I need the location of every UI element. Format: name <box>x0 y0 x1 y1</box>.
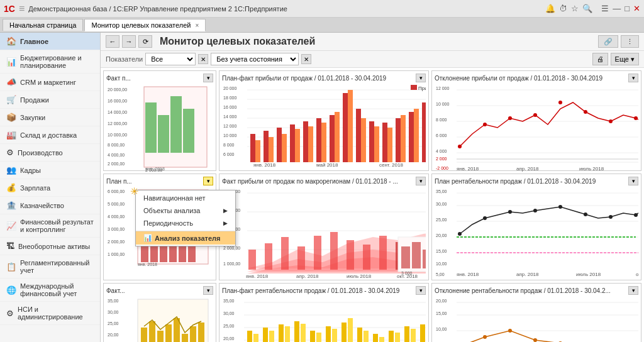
chart-plan-profitability: План рентабельности продаж / 01.01.2018 … <box>431 174 641 280</box>
chart-planfact-prof-menu[interactable]: ▾ <box>416 286 426 295</box>
svg-text:5,00: 5,00 <box>436 272 445 277</box>
chart-deviation-profit-menu[interactable]: ▾ <box>628 74 638 82</box>
tab-monitor[interactable]: Монитор целевых показателей × <box>84 19 206 31</box>
svg-rect-220 <box>285 326 290 342</box>
chart-plan-header: План п... ▾ <box>106 177 213 185</box>
svg-point-88 <box>533 113 537 117</box>
filter-clear-btn[interactable]: ✕ <box>198 54 208 64</box>
svg-text:10 000: 10 000 <box>223 133 237 138</box>
svg-text:25,00: 25,00 <box>108 321 119 326</box>
svg-rect-198 <box>157 331 164 342</box>
svg-point-174 <box>558 205 562 209</box>
more-button[interactable]: ⋮ <box>621 35 639 48</box>
ctx-analysis[interactable]: 📊 Анализ показателя <box>136 231 235 245</box>
chart-fact-prof-title: Факт... <box>106 287 125 294</box>
chart-deviation-prof-title: Отклонение рентабельности продаж / 01.01… <box>435 287 611 294</box>
menu-icon[interactable]: ☰ <box>601 4 609 13</box>
chart-fact-regions-title: Факт прибыли от продаж по макрорегионам … <box>222 178 398 185</box>
svg-text:14 000: 14 000 <box>223 114 237 119</box>
refresh-button[interactable]: ⟳ <box>138 35 152 48</box>
svg-rect-136 <box>363 245 370 270</box>
svg-rect-199 <box>165 324 172 342</box>
svg-rect-202 <box>190 326 196 342</box>
sidebar-item-hr[interactable]: 👥 Кадры <box>0 162 100 179</box>
ctx-objects[interactable]: Объекты анализа ▶ <box>136 204 235 217</box>
close-icon[interactable]: ✕ <box>633 4 640 13</box>
tab-home[interactable]: Начальная страница <box>3 19 83 31</box>
sidebar-item-budget[interactable]: 📊 Бюджетирование и планирование <box>0 50 100 74</box>
filter-status-clear-btn[interactable]: ✕ <box>301 54 311 64</box>
sidebar-item-production[interactable]: ⚙ Производство <box>0 144 100 162</box>
back-button[interactable]: ← <box>106 35 119 48</box>
sidebar-item-payroll[interactable]: 💰 Зарплата <box>0 179 100 197</box>
svg-rect-39 <box>308 126 313 162</box>
sidebar-item-intl[interactable]: 🌐 Международный финансовый учет <box>0 279 100 302</box>
chart-planfact-profit-menu[interactable]: ▾ <box>416 74 426 82</box>
sidebar-item-treasury[interactable]: 🏦 Казначейство <box>0 197 100 214</box>
sidebar-item-purchases[interactable]: 📦 Закупки <box>0 109 100 126</box>
svg-point-252 <box>508 329 512 333</box>
svg-text:35,00: 35,00 <box>436 189 447 194</box>
treasury-icon: 🏦 <box>6 201 16 210</box>
filter-more-button[interactable]: Еще ▾ <box>611 53 639 65</box>
ctx-navigation[interactable]: Навигационная нет <box>136 192 235 204</box>
sidebar-item-accounting[interactable]: 📋 Регламентированный учет <box>0 255 100 279</box>
sidebar-item-finance[interactable]: 📈 Финансовый результат и контроллинг <box>0 214 100 238</box>
chart-plan-profitability-menu[interactable]: ▾ <box>628 177 638 185</box>
svg-text:июль 2018: июль 2018 <box>347 273 372 279</box>
ctx-period[interactable]: Периодичность ▶ <box>136 217 235 229</box>
filter-status-select[interactable]: Без учета состояния <box>211 53 299 65</box>
svg-rect-217 <box>263 328 268 342</box>
clock-icon[interactable]: ⏱ <box>559 4 567 13</box>
chart-fact-menu[interactable]: ▾ <box>203 74 213 82</box>
svg-text:6 000: 6 000 <box>223 152 235 157</box>
chart-plan-menu[interactable]: ▾ <box>203 177 213 185</box>
search-icon[interactable]: 🔍 <box>582 4 592 13</box>
title-bar-icons: 🔔 ⏱ ☆ 🔍 ☰ — □ ✕ <box>545 4 640 13</box>
svg-rect-234 <box>395 333 400 342</box>
tab-close-btn[interactable]: × <box>196 22 199 29</box>
print-button[interactable]: 🖨 <box>592 53 608 65</box>
svg-text:янв. 2018: янв. 2018 <box>457 272 479 277</box>
maximize-icon[interactable]: □ <box>625 4 630 13</box>
filter-indicators-select[interactable]: Все <box>145 53 196 65</box>
sidebar-item-warehouse[interactable]: 🏭 Склад и доставка <box>0 126 100 144</box>
svg-rect-38 <box>303 121 308 162</box>
chart-deviation-prof-menu[interactable]: ▾ <box>628 286 638 295</box>
svg-rect-53 <box>401 115 406 162</box>
sidebar-item-assets[interactable]: 🏗 Внеоборотные активы <box>0 238 100 255</box>
ctx-period-label: Периодичность <box>143 219 193 227</box>
chart-planfact-profit-header: План-факт прибыли от продаж / 01.01.2018… <box>222 74 426 82</box>
svg-point-85 <box>458 145 462 148</box>
svg-point-86 <box>483 123 487 126</box>
svg-text:янв. 2018: янв. 2018 <box>246 273 269 279</box>
chart-fact-prof-menu[interactable]: ▾ <box>203 286 213 295</box>
svg-text:Прибыль план: Прибыль план <box>418 86 426 91</box>
svg-text:апр. 2018: апр. 2018 <box>516 272 539 277</box>
bell-icon[interactable]: 🔔 <box>545 4 555 13</box>
chart-planfact-profit-inner: 20 000 18 000 16 000 14 000 12 000 10 00… <box>222 84 426 172</box>
chart-deviation-prof-inner: 20,00 15,00 10,00 5,00 <box>435 296 638 342</box>
svg-rect-54 <box>409 112 414 162</box>
chart-plan-profitability-inner: 35,00 30,00 25,00 20,00 15,00 10,00 <box>435 187 638 281</box>
svg-text:14 000,00: 14 000,00 <box>108 110 127 114</box>
sidebar-item-sales[interactable]: 🛒 Продажи <box>0 91 100 109</box>
budget-icon: 📊 <box>6 57 16 67</box>
svg-text:6 000: 6 000 <box>436 133 447 138</box>
forward-button[interactable]: → <box>122 35 136 48</box>
svg-text:15,00: 15,00 <box>436 311 447 316</box>
sidebar-item-admin[interactable]: ⚙ НСИ и администрирование <box>0 302 100 325</box>
chart-fact-svg: 20 000,00 16 000,00 14 000,00 12 000,00 … <box>106 84 212 172</box>
link-button[interactable]: 🔗 <box>598 35 618 48</box>
star-icon[interactable]: ☆ <box>571 4 579 13</box>
sidebar-item-home[interactable]: 🏠 Главное <box>0 33 100 50</box>
sidebar-item-crm[interactable]: 📣 CRM и маркетинг <box>0 74 100 91</box>
svg-text:12 000,00: 12 000,00 <box>108 121 127 126</box>
chart-fact-regions-menu[interactable]: ▾ <box>416 177 426 185</box>
chart-fact-regions-header: Факт прибыли от продаж по макрорегионам … <box>222 177 426 185</box>
svg-rect-47 <box>361 118 366 162</box>
svg-rect-49 <box>374 126 379 162</box>
minimize-icon[interactable]: — <box>613 4 621 13</box>
sidebar: 🏠 Главное 📊 Бюджетирование и планировани… <box>0 33 101 342</box>
filter-bar: Показатели Все ✕ Без учета состояния ✕ 🖨… <box>101 51 644 68</box>
